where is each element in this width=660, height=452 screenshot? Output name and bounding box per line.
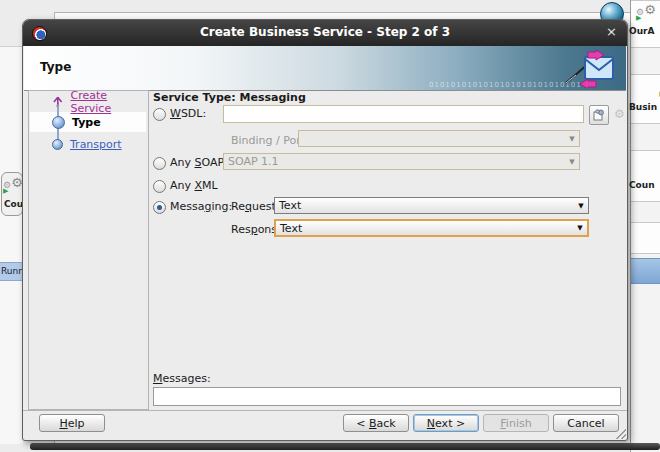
step-label[interactable]: Create Service: [71, 89, 148, 115]
business-service-icon[interactable]: ⚙⚙▶: [636, 4, 656, 22]
browse-wsdl-button[interactable]: [589, 105, 609, 125]
radio-wsdl[interactable]: [153, 108, 166, 121]
palette-item-label[interactable]: Coun: [629, 180, 655, 190]
dialog-header-banner: Type 0101010101010101010101010101: [24, 46, 626, 91]
palette-cell: [631, 222, 660, 254]
resize-grip[interactable]: [616, 429, 626, 439]
dialog-title: Create Business Service - Step 2 of 3: [23, 25, 627, 39]
chevron-down-icon: ▼: [573, 224, 587, 232]
response-select[interactable]: Text ▼: [274, 219, 589, 237]
create-service-icon: [52, 96, 64, 108]
sidebar-item-transport[interactable]: Transport: [52, 135, 122, 153]
chevron-down-icon: ▼: [565, 135, 579, 143]
back-button[interactable]: < Back: [343, 414, 409, 432]
sidebar-item-create-service[interactable]: Create Service: [52, 93, 148, 111]
envelope-arrows-icon: [552, 50, 618, 88]
request-value: Text: [275, 199, 574, 212]
soap-version-value: SOAP 1.1: [224, 155, 565, 168]
wizard-steps-sidebar: Create Service Type Transport: [28, 90, 149, 410]
step-label: Type: [72, 116, 101, 129]
background-left-panel: [0, 46, 23, 444]
step-bullet-icon: [52, 139, 63, 150]
dialog-titlebar: Create Business Service - Step 2 of 3 ×: [23, 20, 627, 46]
palette-selected-row[interactable]: [631, 258, 660, 284]
background-component-counter[interactable]: ⚙⚙▶ Cou: [1, 172, 23, 216]
wsdl-input[interactable]: [223, 105, 584, 123]
wsdl-label[interactable]: WSDL:: [170, 107, 206, 120]
sidebar-item-type[interactable]: Type: [52, 113, 101, 131]
request-select[interactable]: Text ▼: [274, 197, 589, 214]
request-label: Request:: [231, 200, 279, 213]
soap-version-select: SOAP 1.1 ▼: [223, 153, 580, 170]
step-label[interactable]: Transport: [70, 138, 122, 151]
background-log-bar: [30, 443, 660, 450]
palette-item-label[interactable]: OurA: [629, 26, 654, 36]
component-label: Cou: [4, 199, 23, 209]
help-button[interactable]: Help: [39, 414, 105, 432]
finish-button: Finish: [483, 414, 549, 432]
response-value: Text: [276, 222, 573, 235]
step-bullet-icon: [52, 116, 65, 129]
radio-any-xml[interactable]: [153, 180, 166, 193]
any-soap-label[interactable]: Any SOAP:: [170, 156, 228, 169]
messaging-label[interactable]: Messaging:: [170, 200, 232, 213]
chevron-down-icon: ▼: [574, 202, 588, 210]
running-label: Runn: [1, 266, 23, 276]
page-title: Type: [40, 60, 71, 74]
messages-label: Messages:: [153, 372, 211, 385]
footer-divider: [23, 410, 627, 411]
palette-item-label[interactable]: Busin: [629, 102, 657, 112]
palette-cell: [631, 150, 660, 202]
browse-wsdl-icon: [593, 109, 605, 121]
close-icon[interactable]: ×: [606, 25, 617, 38]
background-running-row[interactable]: Runn: [0, 262, 23, 281]
palette-cell: [631, 74, 660, 124]
cancel-button[interactable]: Cancel: [553, 414, 619, 432]
messages-input[interactable]: [153, 387, 621, 406]
radio-messaging[interactable]: [153, 201, 166, 214]
any-xml-label[interactable]: Any XML: [170, 179, 218, 192]
section-title: Service Type: Messaging: [153, 91, 306, 104]
create-business-service-dialog: Create Business Service - Step 2 of 3 × …: [22, 19, 628, 441]
generate-icon-disabled: ⚙: [614, 107, 625, 121]
next-button[interactable]: Next >: [413, 414, 479, 432]
radio-any-soap[interactable]: [153, 157, 166, 170]
gear-icon: ⚙⚙▶: [3, 177, 23, 195]
binding-port-select: ▼: [298, 130, 580, 147]
chevron-down-icon: ▼: [565, 158, 579, 166]
